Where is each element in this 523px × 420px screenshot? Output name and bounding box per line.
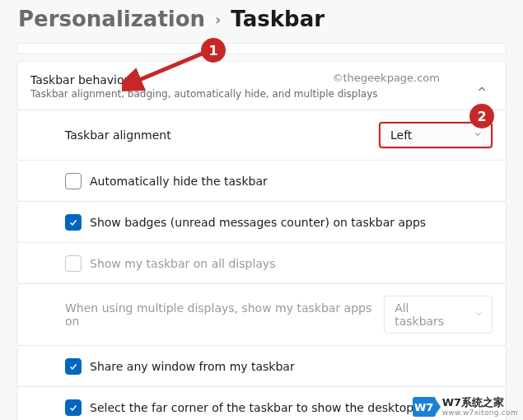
section-title: Taskbar behaviors bbox=[30, 73, 378, 86]
multidisplay-dropdown: All taskbars bbox=[384, 296, 493, 334]
multidisplay-value: All taskbars bbox=[395, 301, 460, 328]
breadcrumb-current: Taskbar bbox=[231, 7, 325, 31]
row-all-displays: Show my taskbar on all displays bbox=[16, 243, 507, 284]
alignment-label: Taskbar alignment bbox=[65, 128, 171, 142]
row-taskbar-alignment: Taskbar alignment Left bbox=[16, 110, 507, 161]
section-subtitle: Taskbar alignment, badging, automaticall… bbox=[30, 88, 378, 100]
alldisplays-checkbox bbox=[65, 255, 82, 272]
autohide-checkbox[interactable] bbox=[65, 173, 82, 189]
chevron-right-icon: › bbox=[215, 11, 221, 28]
farcorner-label: Select the far corner of the taskbar to … bbox=[90, 401, 413, 414]
taskbar-behaviors-header[interactable]: Taskbar behaviors Taskbar alignment, bad… bbox=[16, 61, 507, 110]
annotation-badge-2: 2 bbox=[469, 104, 494, 128]
breadcrumb-parent[interactable]: Personalization bbox=[18, 7, 205, 31]
badges-checkbox[interactable] bbox=[65, 214, 82, 231]
row-autohide: Automatically hide the taskbar bbox=[16, 161, 507, 202]
watermark-logo: W7 bbox=[413, 397, 436, 417]
previous-card-edge bbox=[16, 43, 507, 54]
row-badges: Show badges (unread messages counter) on… bbox=[16, 202, 507, 243]
shareany-label: Share any window from my taskbar bbox=[90, 360, 295, 373]
breadcrumb: Personalization › Taskbar bbox=[0, 0, 523, 43]
watermark-line1: W7系统之家 bbox=[442, 397, 518, 408]
multidisplay-label: When using multiple displays, show my ta… bbox=[65, 301, 384, 328]
annotation-badge-1: 1 bbox=[201, 38, 226, 63]
autohide-label: Automatically hide the taskbar bbox=[90, 175, 268, 188]
farcorner-checkbox[interactable] bbox=[65, 399, 82, 416]
watermark-text: ©thegeekpage.com bbox=[333, 72, 440, 84]
chevron-up-icon[interactable] bbox=[476, 83, 488, 97]
alignment-value: Left bbox=[390, 128, 412, 142]
chevron-down-icon bbox=[474, 309, 483, 321]
chevron-down-icon bbox=[473, 129, 483, 142]
alldisplays-label: Show my taskbar on all displays bbox=[90, 257, 275, 270]
badges-label: Show badges (unread messages counter) on… bbox=[90, 216, 426, 229]
watermark-line2: www.w7xitong.com bbox=[442, 409, 518, 417]
row-share-any: Share any window from my taskbar bbox=[16, 346, 507, 387]
bottom-watermark: W7 W7系统之家 www.w7xitong.com bbox=[413, 397, 518, 417]
shareany-checkbox[interactable] bbox=[65, 358, 82, 375]
row-multi-display: When using multiple displays, show my ta… bbox=[16, 284, 507, 346]
